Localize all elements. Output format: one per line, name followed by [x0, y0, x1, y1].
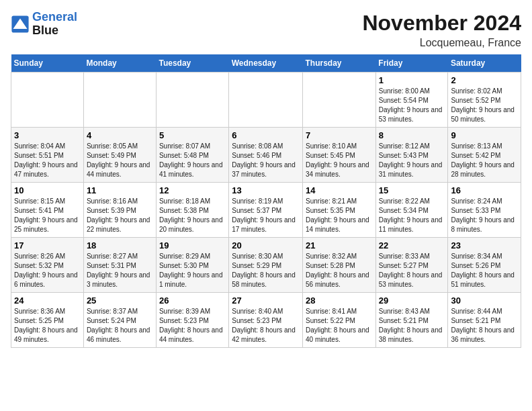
calendar-cell: 28Sunrise: 8:41 AM Sunset: 5:22 PM Dayli…: [303, 293, 376, 348]
day-info: Sunrise: 8:24 AM Sunset: 5:33 PM Dayligh…: [451, 197, 518, 234]
day-number: 24: [14, 295, 81, 306]
day-info: Sunrise: 8:07 AM Sunset: 5:48 PM Dayligh…: [159, 142, 226, 179]
day-number: 6: [232, 130, 300, 140]
day-number: 10: [14, 185, 81, 195]
day-number: 13: [232, 185, 300, 195]
weekday-header-monday: Monday: [83, 54, 156, 73]
calendar-cell: 2Sunrise: 8:02 AM Sunset: 5:52 PM Daylig…: [448, 73, 521, 128]
calendar-cell: 14Sunrise: 8:21 AM Sunset: 5:35 PM Dayli…: [303, 183, 376, 238]
calendar-cell: 10Sunrise: 8:15 AM Sunset: 5:41 PM Dayli…: [11, 183, 84, 238]
day-info: Sunrise: 8:44 AM Sunset: 5:21 PM Dayligh…: [451, 307, 518, 345]
calendar-cell: 17Sunrise: 8:26 AM Sunset: 5:32 PM Dayli…: [11, 238, 84, 293]
calendar-week-row: 3Sunrise: 8:04 AM Sunset: 5:51 PM Daylig…: [11, 128, 521, 183]
day-number: 28: [306, 295, 373, 306]
calendar-cell: [83, 73, 156, 128]
calendar-week-row: 1Sunrise: 8:00 AM Sunset: 5:54 PM Daylig…: [11, 73, 521, 128]
title-block: November 2024 Locquemeau, France: [362, 11, 521, 49]
calendar-cell: 15Sunrise: 8:22 AM Sunset: 5:34 PM Dayli…: [375, 183, 448, 238]
weekday-header-friday: Friday: [375, 54, 448, 73]
weekday-header-row: SundayMondayTuesdayWednesdayThursdayFrid…: [11, 54, 521, 73]
day-info: Sunrise: 8:04 AM Sunset: 5:51 PM Dayligh…: [14, 142, 81, 179]
weekday-header-saturday: Saturday: [448, 54, 521, 73]
location-title: Locquemeau, France: [362, 37, 521, 49]
day-number: 20: [232, 240, 300, 250]
calendar-cell: 1Sunrise: 8:00 AM Sunset: 5:54 PM Daylig…: [375, 73, 448, 128]
calendar-cell: [11, 73, 84, 128]
calendar-week-row: 10Sunrise: 8:15 AM Sunset: 5:41 PM Dayli…: [11, 183, 521, 238]
day-info: Sunrise: 8:37 AM Sunset: 5:24 PM Dayligh…: [87, 307, 153, 345]
calendar-cell: 24Sunrise: 8:36 AM Sunset: 5:25 PM Dayli…: [11, 293, 84, 348]
day-info: Sunrise: 8:43 AM Sunset: 5:21 PM Dayligh…: [379, 307, 445, 345]
day-number: 23: [451, 240, 518, 250]
calendar-cell: 22Sunrise: 8:33 AM Sunset: 5:27 PM Dayli…: [375, 238, 448, 293]
calendar-cell: 11Sunrise: 8:16 AM Sunset: 5:39 PM Dayli…: [83, 183, 156, 238]
day-info: Sunrise: 8:34 AM Sunset: 5:26 PM Dayligh…: [451, 252, 518, 289]
day-number: 22: [379, 240, 445, 250]
month-title: November 2024: [362, 11, 521, 36]
day-number: 17: [14, 240, 81, 250]
calendar-table: SundayMondayTuesdayWednesdayThursdayFrid…: [11, 54, 521, 348]
calendar-cell: 27Sunrise: 8:40 AM Sunset: 5:23 PM Dayli…: [229, 293, 303, 348]
weekday-header-tuesday: Tuesday: [156, 54, 228, 73]
day-info: Sunrise: 8:39 AM Sunset: 5:23 PM Dayligh…: [159, 307, 226, 345]
calendar-cell: [303, 73, 376, 128]
day-info: Sunrise: 8:08 AM Sunset: 5:46 PM Dayligh…: [232, 142, 300, 179]
calendar-cell: 20Sunrise: 8:30 AM Sunset: 5:29 PM Dayli…: [229, 238, 303, 293]
calendar-cell: 25Sunrise: 8:37 AM Sunset: 5:24 PM Dayli…: [83, 293, 156, 348]
calendar-cell: [229, 73, 303, 128]
day-number: 25: [87, 295, 153, 306]
day-info: Sunrise: 8:00 AM Sunset: 5:54 PM Dayligh…: [379, 87, 445, 124]
weekday-header-wednesday: Wednesday: [229, 54, 303, 73]
logo: General Blue: [11, 11, 77, 38]
calendar-week-row: 17Sunrise: 8:26 AM Sunset: 5:32 PM Dayli…: [11, 238, 521, 293]
day-number: 26: [159, 295, 226, 306]
day-info: Sunrise: 8:22 AM Sunset: 5:34 PM Dayligh…: [379, 197, 445, 234]
day-number: 16: [451, 185, 518, 195]
day-info: Sunrise: 8:18 AM Sunset: 5:38 PM Dayligh…: [159, 197, 226, 234]
day-number: 29: [379, 295, 445, 306]
weekday-header-thursday: Thursday: [303, 54, 376, 73]
day-number: 21: [306, 240, 373, 250]
day-number: 8: [379, 130, 445, 140]
day-info: Sunrise: 8:19 AM Sunset: 5:37 PM Dayligh…: [232, 197, 300, 234]
calendar-cell: 12Sunrise: 8:18 AM Sunset: 5:38 PM Dayli…: [156, 183, 228, 238]
day-number: 2: [451, 75, 518, 85]
day-number: 15: [379, 185, 445, 195]
page-header: General Blue November 2024 Locquemeau, F…: [11, 11, 521, 49]
calendar-cell: 7Sunrise: 8:10 AM Sunset: 5:45 PM Daylig…: [303, 128, 376, 183]
logo-general: General: [32, 10, 77, 24]
logo-icon: [11, 15, 30, 34]
logo-text: General Blue: [32, 11, 77, 38]
calendar-week-row: 24Sunrise: 8:36 AM Sunset: 5:25 PM Dayli…: [11, 293, 521, 348]
day-info: Sunrise: 8:10 AM Sunset: 5:45 PM Dayligh…: [306, 142, 373, 179]
day-number: 9: [451, 130, 518, 140]
day-info: Sunrise: 8:33 AM Sunset: 5:27 PM Dayligh…: [379, 252, 445, 289]
calendar-cell: [156, 73, 228, 128]
day-info: Sunrise: 8:21 AM Sunset: 5:35 PM Dayligh…: [306, 197, 373, 234]
day-info: Sunrise: 8:26 AM Sunset: 5:32 PM Dayligh…: [14, 252, 81, 289]
day-number: 18: [87, 240, 153, 250]
day-number: 3: [14, 130, 81, 140]
logo-blue: Blue: [32, 24, 77, 38]
day-info: Sunrise: 8:05 AM Sunset: 5:49 PM Dayligh…: [87, 142, 153, 179]
day-info: Sunrise: 8:12 AM Sunset: 5:43 PM Dayligh…: [379, 142, 445, 179]
day-info: Sunrise: 8:13 AM Sunset: 5:42 PM Dayligh…: [451, 142, 518, 179]
calendar-cell: 26Sunrise: 8:39 AM Sunset: 5:23 PM Dayli…: [156, 293, 228, 348]
day-number: 7: [306, 130, 373, 140]
calendar-cell: 21Sunrise: 8:32 AM Sunset: 5:28 PM Dayli…: [303, 238, 376, 293]
day-info: Sunrise: 8:02 AM Sunset: 5:52 PM Dayligh…: [451, 87, 518, 124]
day-info: Sunrise: 8:36 AM Sunset: 5:25 PM Dayligh…: [14, 307, 81, 345]
day-number: 11: [87, 185, 153, 195]
calendar-cell: 18Sunrise: 8:27 AM Sunset: 5:31 PM Dayli…: [83, 238, 156, 293]
calendar-cell: 13Sunrise: 8:19 AM Sunset: 5:37 PM Dayli…: [229, 183, 303, 238]
calendar-cell: 30Sunrise: 8:44 AM Sunset: 5:21 PM Dayli…: [448, 293, 521, 348]
day-info: Sunrise: 8:32 AM Sunset: 5:28 PM Dayligh…: [306, 252, 373, 289]
day-number: 14: [306, 185, 373, 195]
calendar-cell: 8Sunrise: 8:12 AM Sunset: 5:43 PM Daylig…: [375, 128, 448, 183]
day-number: 4: [87, 130, 153, 140]
day-info: Sunrise: 8:15 AM Sunset: 5:41 PM Dayligh…: [14, 197, 81, 234]
calendar-cell: 23Sunrise: 8:34 AM Sunset: 5:26 PM Dayli…: [448, 238, 521, 293]
calendar-cell: 6Sunrise: 8:08 AM Sunset: 5:46 PM Daylig…: [229, 128, 303, 183]
day-number: 27: [232, 295, 300, 306]
day-number: 19: [159, 240, 226, 250]
